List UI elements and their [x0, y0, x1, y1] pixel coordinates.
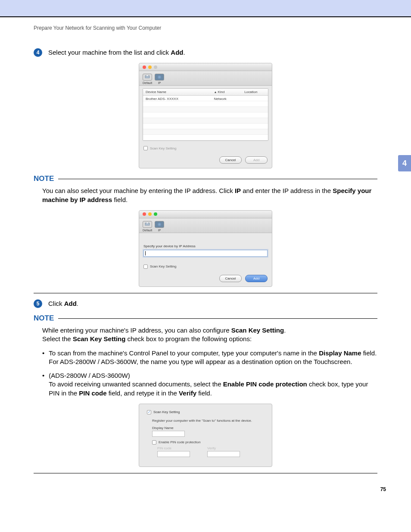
pin-code-input[interactable] [157, 451, 190, 457]
tab-label: Default [143, 229, 152, 232]
ip-address-input[interactable] [143, 250, 268, 257]
zoom-icon [154, 65, 157, 69]
step-number-icon: 5 [34, 299, 42, 308]
page-content: Prepare Your Network for Scanning with Y… [0, 25, 411, 510]
tab-label: IP [158, 81, 161, 84]
toolbar: Default IP [139, 71, 272, 86]
pin-row: PIN code Verify [157, 446, 264, 457]
cancel-button[interactable]: Cancel [219, 275, 242, 282]
text: (ADS-2800W / ADS-3600W) [49, 372, 130, 379]
label: Kind [218, 90, 224, 94]
tab-ip[interactable]: IP [155, 221, 164, 232]
text-cursor-icon [145, 251, 146, 255]
text: field. [112, 196, 128, 203]
toolbar: Default IP [139, 218, 272, 233]
table-row [143, 124, 268, 129]
col-kind[interactable]: ▲Kind [212, 89, 242, 95]
close-icon[interactable] [143, 212, 146, 216]
step-5: 5 Click Add. [34, 299, 377, 308]
col-device-name[interactable]: Device Name [143, 89, 212, 95]
scan-key-checkbox[interactable] [143, 146, 148, 150]
add-button[interactable]: Add [245, 156, 268, 164]
scan-key-label: Scan Key Setting [150, 146, 176, 150]
register-text: Register your computer with the "Scan to… [152, 419, 264, 423]
sks-panel: Scan Key Setting Register your computer … [143, 407, 268, 460]
text: . [284, 327, 286, 334]
enable-pin-row: Enable PIN code protection [152, 440, 264, 445]
cell-name: Brother ADS- XXXXX [143, 96, 212, 101]
dialog-buttons: Cancel Add [139, 154, 272, 168]
device-table: Device Name ▲Kind Location Brother ADS- … [143, 88, 268, 141]
svg-rect-1 [146, 75, 149, 76]
minimize-icon[interactable] [148, 212, 152, 216]
col-location[interactable]: Location [242, 89, 268, 95]
verify-input[interactable] [207, 451, 240, 457]
text-bold: Add [64, 300, 77, 307]
list-text: To scan from the machine's Control Panel… [49, 349, 377, 367]
table-header: Device Name ▲Kind Location [143, 89, 268, 96]
table-row [143, 118, 268, 124]
scan-key-label: Scan Key Setting [153, 410, 180, 414]
text: To scan from the machine's Control Panel… [49, 349, 319, 357]
tab-ip[interactable]: IP [155, 74, 164, 84]
text-bold: Add [171, 49, 183, 56]
verify-col: Verify [207, 446, 240, 457]
list-text: (ADS-2800W / ADS-3600W) To avoid receivi… [49, 371, 377, 398]
text: . [183, 49, 185, 56]
zoom-icon[interactable] [154, 212, 157, 216]
text: Click [48, 300, 64, 307]
bullet-icon: • [42, 349, 44, 367]
cancel-button[interactable]: Cancel [219, 156, 242, 164]
add-button[interactable]: Add [245, 275, 268, 282]
scan-key-checkbox[interactable] [143, 264, 148, 269]
rule [34, 473, 377, 473]
minimize-icon[interactable] [148, 65, 152, 69]
tab-default[interactable]: Default [143, 221, 152, 232]
printer-icon [143, 74, 152, 81]
scan-key-settings-dialog: Scan Key Setting Register your computer … [139, 404, 272, 467]
note-heading: NOTE [34, 314, 377, 323]
table-row[interactable]: Brother ADS- XXXXX Network [143, 96, 268, 101]
bullet-icon: • [42, 371, 44, 398]
step-number-icon: 4 [34, 48, 42, 57]
text-bold: Scan Key Setting [231, 327, 284, 334]
text: Select the [42, 335, 73, 342]
rule [58, 318, 377, 319]
ip-field-label: Specify your device by IP Address [143, 244, 268, 248]
display-name-label: Display Name [152, 426, 264, 430]
note-2-body: While entering your machine's IP address… [34, 326, 377, 344]
note-label: NOTE [34, 314, 54, 323]
text-bold: PIN code [79, 389, 106, 397]
note-label: NOTE [34, 174, 54, 183]
cell-kind: Network [212, 96, 242, 101]
text-bold: Verify [179, 389, 196, 397]
pin-col: PIN code [157, 446, 190, 457]
table-row [143, 135, 268, 140]
enable-pin-checkbox[interactable] [152, 440, 156, 445]
text: check box to program the following optio… [125, 335, 252, 342]
list-item: • (ADS-2800W / ADS-3600W) To avoid recei… [42, 371, 377, 398]
step-4: 4 Select your machine from the list and … [34, 48, 377, 57]
text: You can also select your machine by ente… [42, 187, 235, 194]
tab-default[interactable]: Default [143, 74, 152, 84]
titlebar [139, 211, 272, 218]
display-name-input[interactable] [152, 431, 185, 437]
device-picker-dialog: Default IP Device Name ▲Kind Location Br… [139, 63, 272, 168]
close-icon[interactable] [143, 65, 146, 69]
printer-icon [143, 221, 152, 228]
globe-icon [155, 74, 164, 81]
ip-body: Specify your device by IP Address [139, 233, 272, 261]
table-row [143, 129, 268, 135]
verify-label: Verify [207, 446, 240, 450]
tab-label: Default [143, 81, 152, 84]
note-heading: NOTE [34, 174, 377, 183]
text: and enter the IP address in the [241, 187, 333, 194]
step-5-text: Click Add. [48, 299, 78, 308]
svg-rect-3 [146, 222, 149, 224]
text-bold: Scan Key Setting [73, 335, 126, 342]
text: field. [196, 389, 212, 397]
scan-key-checkbox[interactable] [147, 410, 151, 414]
text: While entering your machine's IP address… [42, 327, 231, 334]
rule [58, 179, 377, 179]
text-bold: Display Name [319, 349, 361, 357]
